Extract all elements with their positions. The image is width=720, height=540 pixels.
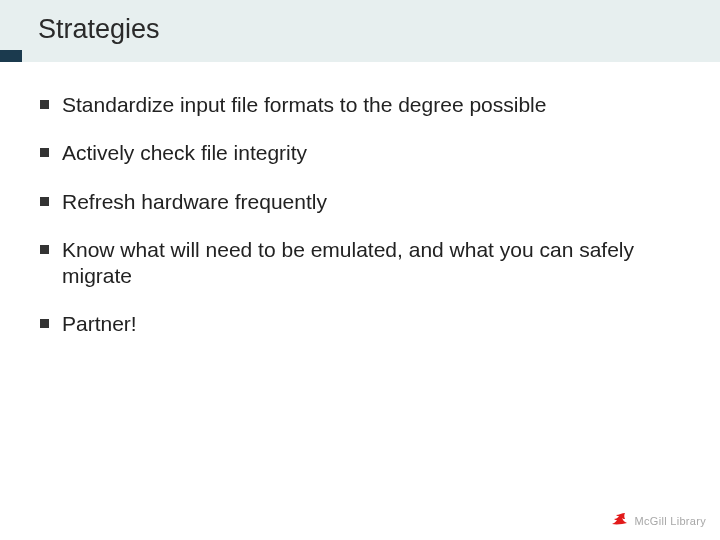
bird-icon	[611, 512, 629, 530]
footer-brand: McGill Library	[635, 515, 706, 527]
slide-header: Strategies	[0, 0, 720, 62]
slide-footer: McGill Library	[611, 512, 706, 530]
list-item: Standardize input file formats to the de…	[40, 92, 680, 118]
bullet-list: Standardize input file formats to the de…	[40, 92, 680, 338]
list-item: Refresh hardware frequently	[40, 189, 680, 215]
bullet-text: Know what will need to be emulated, and …	[62, 238, 634, 287]
header-accent	[0, 50, 22, 62]
slide-body: Standardize input file formats to the de…	[0, 62, 720, 338]
bullet-text: Actively check file integrity	[62, 141, 307, 164]
bullet-text: Standardize input file formats to the de…	[62, 93, 546, 116]
bullet-text: Partner!	[62, 312, 137, 335]
list-item: Actively check file integrity	[40, 140, 680, 166]
slide-title: Strategies	[38, 14, 160, 45]
bullet-text: Refresh hardware frequently	[62, 190, 327, 213]
list-item: Know what will need to be emulated, and …	[40, 237, 680, 290]
list-item: Partner!	[40, 311, 680, 337]
